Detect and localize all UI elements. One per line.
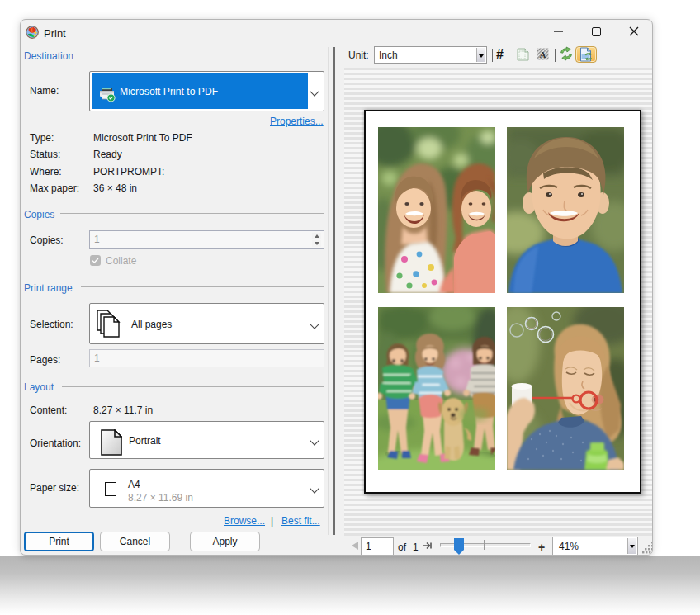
svg-text:A: A: [540, 50, 546, 59]
